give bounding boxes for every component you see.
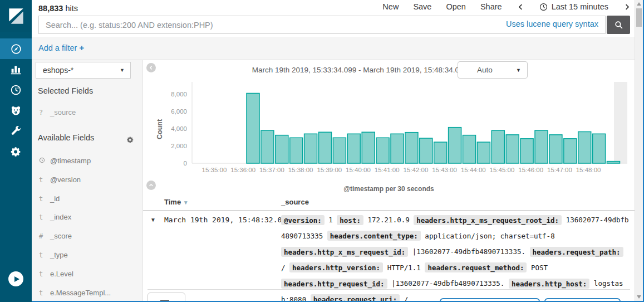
x-tick-label: 15:43:00 xyxy=(432,167,457,173)
field-name: _index xyxy=(50,213,71,221)
field-item--score[interactable]: #_score xyxy=(32,231,142,245)
search-button[interactable] xyxy=(607,16,630,34)
scrollbar-down-arrow-icon[interactable] xyxy=(637,295,641,299)
nav-expand-play-button[interactable] xyxy=(8,271,23,286)
time-column-header[interactable]: Time ▼ xyxy=(164,198,189,206)
field-type-badge: # xyxy=(39,232,47,240)
source-field-label: headers.http_x_ms_request_root_id: xyxy=(414,215,562,225)
filter-bar: Add a filter + xyxy=(32,37,635,60)
chevron-down-icon: ▼ xyxy=(120,67,125,73)
scrollbar-up-arrow-icon[interactable] xyxy=(637,2,641,6)
nav-timelion-clock-icon[interactable] xyxy=(0,80,32,100)
nav-plugin-bear-icon[interactable] xyxy=(0,100,32,121)
histogram-bar[interactable] xyxy=(491,130,504,163)
histogram-bar[interactable] xyxy=(420,138,432,163)
histogram-bar[interactable] xyxy=(362,132,375,163)
histogram-bar[interactable] xyxy=(506,135,519,163)
histogram-bar[interactable] xyxy=(290,138,303,163)
histogram-bar[interactable] xyxy=(535,130,548,163)
histogram-bar[interactable] xyxy=(391,134,404,163)
histogram-bar[interactable] xyxy=(333,138,346,163)
add-filter-button[interactable]: Add a filter + xyxy=(38,43,84,53)
kibana-logo[interactable] xyxy=(0,0,32,32)
menu-link-share[interactable]: Share xyxy=(480,2,502,11)
histogram-bar[interactable] xyxy=(319,132,332,163)
field-type-badge: t xyxy=(39,270,47,278)
nav-visualize-bar-chart-icon[interactable] xyxy=(0,59,32,80)
x-tick-label: 15:39:00 xyxy=(317,167,342,173)
time-back-button[interactable] xyxy=(517,3,525,11)
collapse-chart-button[interactable] xyxy=(146,181,156,190)
field-type-badge: t xyxy=(39,176,47,184)
discover-histogram[interactable]: 02,0004,0006,0008,000Count15:35:0015:36:… xyxy=(143,81,635,180)
field-item--index[interactable]: t_index xyxy=(32,212,142,226)
histogram-bar[interactable] xyxy=(463,135,476,163)
histogram-bar[interactable] xyxy=(607,162,620,163)
nav-discover-compass-icon[interactable] xyxy=(0,38,32,59)
field-type-badge: t xyxy=(39,251,47,259)
x-tick-label: 15:38:00 xyxy=(288,167,313,173)
field-item--version[interactable]: t@version xyxy=(32,175,142,188)
source-field-label: headers.http_version: xyxy=(289,262,383,272)
histogram-bar[interactable] xyxy=(405,133,418,163)
search-box: Uses lucene query syntax xyxy=(38,16,606,34)
field-type-badge: t xyxy=(39,213,47,221)
fields-settings-gear-button[interactable] xyxy=(126,136,134,144)
histogram-bar[interactable] xyxy=(477,142,490,163)
menu-link-open[interactable]: Open xyxy=(446,2,465,11)
field-item-e-messagetempl-[interactable]: te.MessageTempl... xyxy=(32,288,142,301)
y-tick-label: 8,000 xyxy=(171,91,187,98)
field-item--type[interactable]: t_type xyxy=(32,250,142,264)
histogram-bar[interactable] xyxy=(304,134,317,163)
histogram-bar[interactable] xyxy=(376,138,389,163)
histogram-bar[interactable] xyxy=(520,139,533,163)
field-name: _source xyxy=(50,108,76,116)
x-tick-label: 15:47:00 xyxy=(547,167,572,173)
time-forward-button[interactable] xyxy=(623,3,631,11)
source-field-label: headers.http_x_ms_request_id: xyxy=(281,247,408,257)
field-name: _type xyxy=(50,251,68,259)
menu-link-save[interactable]: Save xyxy=(413,2,431,11)
nav-management-gear-icon[interactable] xyxy=(0,142,32,162)
gear-icon xyxy=(126,136,134,144)
chevron-right-icon xyxy=(623,3,631,11)
sort-descending-icon: ▼ xyxy=(183,199,189,206)
top-menu-links: NewSaveOpenShare xyxy=(382,2,502,11)
top-menu: NewSaveOpenShare Last 15 minutes xyxy=(382,2,631,11)
histogram-bar[interactable] xyxy=(247,93,259,163)
source-field-label: headers.http_request_id: xyxy=(281,279,387,289)
scrollbar-thumb[interactable] xyxy=(636,8,642,27)
histogram-bar[interactable] xyxy=(449,128,461,163)
source-field-value: |13602077-49dbfb4890713335. xyxy=(387,279,509,288)
field-item--timestamp[interactable]: @timestamp xyxy=(32,156,142,169)
histogram-bar[interactable] xyxy=(261,130,274,163)
top-header: 88,833 hits NewSaveOpenShare Last 15 min… xyxy=(32,0,635,37)
histogram-bar[interactable] xyxy=(434,142,447,163)
field-type-badge: t xyxy=(39,195,47,203)
histogram-bar[interactable] xyxy=(347,134,360,163)
row-expand-caret[interactable]: ▼ xyxy=(150,217,156,223)
interval-select[interactable]: Auto ▼ xyxy=(458,61,528,79)
histogram-bar[interactable] xyxy=(593,134,606,163)
field-name: @version xyxy=(50,176,81,184)
nav-dev-tools-wrench-icon[interactable] xyxy=(0,121,32,142)
histogram-bar[interactable] xyxy=(564,139,577,163)
index-pattern-name: eshops-* xyxy=(43,66,73,75)
doc-table-header: Time ▼ _source xyxy=(143,196,635,211)
partial-bucket-band xyxy=(614,82,627,163)
discover-main-panel: March 19th 2019, 15:33:34.099 - March 19… xyxy=(143,60,635,301)
histogram-bar[interactable] xyxy=(549,135,562,163)
index-pattern-selector[interactable]: eshops-* ▼ xyxy=(36,62,131,79)
vertical-scrollbar[interactable] xyxy=(635,0,643,301)
histogram-bar[interactable] xyxy=(578,131,591,163)
field-item--id[interactable]: t_id xyxy=(32,194,142,207)
histogram-bar[interactable] xyxy=(276,135,288,163)
x-tick-label: 15:37:00 xyxy=(259,167,284,173)
field-item--source[interactable]: ?_source xyxy=(32,108,142,121)
lucene-syntax-link[interactable]: Uses lucene query syntax xyxy=(506,20,598,28)
time-picker[interactable]: Last 15 minutes xyxy=(539,2,608,11)
clock-type-icon xyxy=(39,157,45,163)
menu-link-new[interactable]: New xyxy=(382,2,399,11)
source-field-value: 172.21.0.9 xyxy=(363,216,414,224)
field-item-e-level[interactable]: te.Level xyxy=(32,269,142,282)
